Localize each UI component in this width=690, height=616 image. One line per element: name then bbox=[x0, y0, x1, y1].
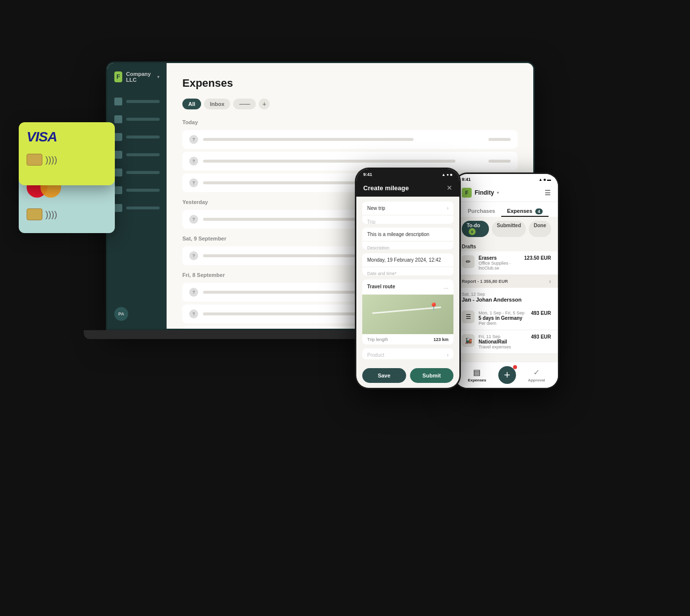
description-placeholder-row: Description bbox=[362, 241, 453, 249]
table-row[interactable]: ? bbox=[182, 152, 518, 171]
sidebar-item-notifications[interactable] bbox=[107, 146, 167, 164]
sidebar-nav-label-bar5 bbox=[126, 171, 160, 174]
hamburger-menu-icon[interactable]: ☰ bbox=[545, 189, 551, 197]
datetime-value: Monday, 19 February 2024, 12:42 bbox=[367, 257, 441, 263]
list-item[interactable]: ☰ Mon, 1 Sep - Fri, 5 Sep 5 days in Germ… bbox=[455, 307, 558, 330]
section-today: Today bbox=[182, 119, 518, 125]
users-icon bbox=[114, 133, 122, 141]
card-icon bbox=[114, 169, 122, 176]
expenses-nav-icon: ▤ bbox=[473, 368, 481, 377]
phone1-close-icon[interactable]: ✕ bbox=[447, 184, 452, 192]
trip-placeholder-text: Trip bbox=[367, 219, 376, 224]
sidebar-item-users[interactable] bbox=[107, 128, 167, 146]
trip-chevron-icon: › bbox=[447, 205, 448, 211]
mc-chip-row: )))) bbox=[27, 208, 107, 220]
table-row[interactable]: ? bbox=[182, 130, 518, 149]
tab-all[interactable]: All bbox=[182, 99, 201, 109]
visa-logo: VISA bbox=[27, 129, 107, 145]
expense-info: Erasers Office Supplies · lncClub.se bbox=[479, 255, 520, 271]
expense-details bbox=[203, 138, 483, 141]
mc-contactless-icon: )))) bbox=[45, 209, 57, 220]
findity-brand-chevron-icon[interactable]: ▾ bbox=[497, 190, 499, 195]
expense-perdiem-icon: ☰ bbox=[462, 310, 475, 323]
sidebar-item-cards[interactable] bbox=[107, 164, 167, 181]
list-item[interactable]: ✏ Erasers Office Supplies · lncClub.se 1… bbox=[455, 251, 558, 275]
map-header: Travel route ... bbox=[362, 279, 453, 295]
phone2-body: Drafts ✏ Erasers Office Supplies · lncCl… bbox=[455, 241, 558, 362]
expense-name-bar bbox=[203, 160, 455, 163]
sidebar-avatar[interactable]: PA bbox=[114, 307, 128, 321]
datetime-placeholder: Date and time* bbox=[367, 271, 397, 275]
approval-nav-item[interactable]: ✓ Approval bbox=[528, 368, 545, 382]
product-row[interactable]: Product › bbox=[362, 348, 453, 359]
submit-button[interactable]: Submit bbox=[410, 368, 454, 383]
phone2-inner: 9:41 ▲ ■ ▬ F Findity ▾ ☰ Purchases Expen… bbox=[455, 174, 558, 388]
phone-findity: 9:41 ▲ ■ ▬ F Findity ▾ ☰ Purchases Expen… bbox=[453, 172, 559, 389]
sidebar-item-expenses[interactable] bbox=[107, 93, 167, 110]
datetime-row[interactable]: Monday, 19 February 2024, 12:42 bbox=[362, 253, 453, 267]
map-more-icon[interactable]: ... bbox=[444, 283, 448, 290]
trip-length-row: Trip length 123 km bbox=[367, 337, 448, 342]
filter-row: To-do 0 Submitted Done bbox=[455, 217, 558, 241]
expense-name-bar bbox=[203, 138, 414, 141]
unknown-icon: ? bbox=[189, 215, 198, 224]
filter-submitted[interactable]: Submitted bbox=[492, 221, 526, 237]
expenses-nav-item[interactable]: ▤ Expenses bbox=[468, 368, 486, 382]
expense-amount: 123.50 EUR bbox=[524, 255, 551, 261]
add-fab-button[interactable]: + bbox=[498, 366, 516, 384]
save-button[interactable]: Save bbox=[362, 368, 406, 383]
unknown-icon: ? bbox=[189, 251, 198, 260]
findity-logo-icon: F bbox=[462, 188, 472, 198]
list-item[interactable]: 🚂 Fri, 11 Sep NationalRail Travel expens… bbox=[455, 330, 558, 354]
expense-name: 5 days in Germany bbox=[479, 315, 527, 321]
expense-train-icon: 🚂 bbox=[462, 334, 475, 347]
sidebar-item-settings[interactable] bbox=[107, 199, 167, 217]
expense-sub: Travel expenses bbox=[479, 344, 527, 349]
filter-todo[interactable]: To-do 0 bbox=[462, 221, 489, 237]
unknown-icon: ? bbox=[189, 309, 198, 318]
expense-name: NationalRail bbox=[479, 339, 527, 344]
tab-expenses[interactable]: Expenses 4 bbox=[501, 206, 549, 217]
tab-other[interactable]: —— bbox=[233, 99, 256, 109]
expense-amount-bar bbox=[488, 160, 511, 163]
description-row[interactable]: This is a mileage description bbox=[362, 228, 453, 241]
origin-row: Origin 10 John Street, London, UK bbox=[367, 344, 448, 344]
tab-row: All Inbox —— + bbox=[182, 99, 518, 109]
trip-placeholder-row: Trip bbox=[362, 215, 453, 224]
expense-name-bar bbox=[203, 181, 357, 184]
sidebar-item-starred[interactable] bbox=[107, 181, 167, 199]
description-group: This is a mileage description Descriptio… bbox=[362, 228, 453, 249]
trip-select-row[interactable]: New trip › bbox=[362, 202, 453, 215]
tab-inbox[interactable]: Inbox bbox=[204, 99, 230, 109]
report-chevron-icon[interactable]: › bbox=[549, 278, 551, 285]
sidebar-company-name: Company LLC bbox=[126, 71, 152, 83]
add-icon: + bbox=[504, 370, 510, 380]
expense-name-bar bbox=[203, 291, 357, 294]
expense-sub: Office Supplies · lncClub.se bbox=[479, 261, 520, 271]
expense-date: Fri, 11 Sep bbox=[479, 334, 527, 339]
sidebar-nav-label-bar bbox=[126, 100, 160, 103]
phone1-title: Create mileage bbox=[363, 184, 409, 192]
filter-done[interactable]: Done bbox=[529, 221, 551, 237]
tab-add-button[interactable]: + bbox=[259, 99, 270, 109]
expense-amount: 493 EUR bbox=[531, 334, 551, 340]
approval-nav-label: Approval bbox=[528, 378, 545, 382]
page-title: Expenses bbox=[182, 77, 518, 90]
todo-badge: 0 bbox=[469, 228, 476, 235]
expense-date: Mon, 1 Sep - Fri, 5 Sep bbox=[479, 310, 527, 315]
mc-chip-icon bbox=[27, 208, 42, 220]
report-date: Sat, 12 Sep bbox=[462, 292, 551, 297]
phone2-brand: F Findity ▾ bbox=[462, 188, 499, 198]
phone2-status-icons: ▲ ■ ▬ bbox=[539, 177, 551, 182]
reports-icon bbox=[114, 115, 122, 123]
report-name: Jan - Johan Andersson bbox=[462, 297, 551, 303]
chip-icon bbox=[27, 154, 42, 166]
origin-label: Origin bbox=[367, 344, 379, 344]
sidebar-item-reports[interactable] bbox=[107, 110, 167, 128]
report-detail[interactable]: Sat, 12 Sep Jan - Johan Andersson bbox=[455, 288, 558, 307]
tab-purchases[interactable]: Purchases bbox=[462, 206, 501, 217]
phone1-status-bar: 9:41 ▲ ● ■ bbox=[356, 169, 459, 180]
sidebar: F Company LLC ▾ bbox=[107, 63, 167, 329]
drafts-label: Drafts bbox=[455, 241, 558, 251]
travel-route-section: Travel route ... 📍 Trip length 123 km Or… bbox=[362, 279, 453, 344]
